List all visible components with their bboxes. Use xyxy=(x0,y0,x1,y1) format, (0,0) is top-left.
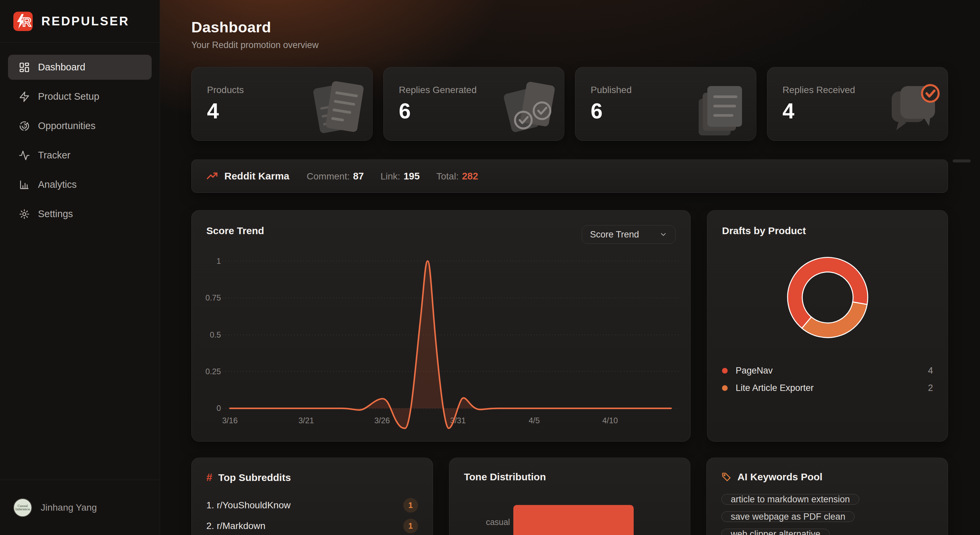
main-area: Dashboard Your Reddit promotion overview… xyxy=(160,0,980,535)
user-profile[interactable]: Causal Inference Jinhang Yang xyxy=(0,480,160,535)
legend-label: PageNav xyxy=(736,366,773,376)
subreddit-list: 1. r/YouShouldKnow 1 2. r/Markdown 1 xyxy=(206,495,418,535)
subreddit-name: 2. r/Markdown xyxy=(206,521,265,531)
layout-dashboard-icon xyxy=(19,62,30,73)
radar-icon xyxy=(19,120,30,132)
drafts-legend: PageNav 4 Lite Article Exporter 2 xyxy=(722,362,933,396)
legend-dot-orange xyxy=(722,385,728,391)
y-tick: 0.5 xyxy=(210,330,221,339)
karma-title: Reddit Karma xyxy=(224,171,290,182)
cards-check-icon xyxy=(492,77,558,140)
legend-dot-red xyxy=(722,368,728,374)
tone-bar xyxy=(513,505,634,535)
keyword-pill[interactable]: save webpage as PDF clean xyxy=(721,511,855,522)
count-badge: 1 xyxy=(403,519,418,533)
sidebar-item-label: Opportunities xyxy=(38,120,95,131)
stat-card-replies-received: Replies Received 4 xyxy=(767,67,948,141)
donut-slice-lite-article-exporter xyxy=(802,302,867,337)
page-subtitle: Your Reddit promotion overview xyxy=(191,40,948,50)
y-tick: 0.25 xyxy=(205,367,221,376)
sidebar-item-analytics[interactable]: Analytics xyxy=(8,172,152,197)
karma-comment-value: 87 xyxy=(353,171,364,182)
sidebar-item-label: Tracker xyxy=(38,150,70,161)
score-trend-select[interactable]: Score Trend xyxy=(582,225,676,244)
sidebar: R REDPULSER Dashboard Product Setup xyxy=(0,0,160,535)
zap-icon xyxy=(19,91,30,102)
stat-card-products: Products 4 xyxy=(191,67,373,141)
sidebar-nav: Dashboard Product Setup Opportunities xyxy=(0,43,160,227)
legend-row-pagenav: PageNav 4 xyxy=(722,362,933,379)
drafts-title: Drafts by Product xyxy=(722,225,933,236)
sidebar-item-label: Settings xyxy=(38,208,73,219)
x-tick: 3/21 xyxy=(298,416,314,425)
drafts-donut-chart xyxy=(785,255,870,340)
tone-x-label: casual xyxy=(486,517,510,527)
x-tick: 4/10 xyxy=(602,416,618,425)
sidebar-item-label: Analytics xyxy=(38,179,77,190)
brand-wordmark: REDPULSER xyxy=(41,14,129,28)
list-item: 1. r/YouShouldKnow 1 xyxy=(206,495,418,516)
pages-stack-icon xyxy=(683,77,750,140)
y-tick: 0 xyxy=(217,404,221,413)
legend-value: 4 xyxy=(928,366,933,376)
sidebar-item-tracker[interactable]: Tracker xyxy=(8,143,152,168)
y-tick: 1 xyxy=(217,257,221,265)
svg-text:R: R xyxy=(22,15,31,29)
sidebar-item-opportunities[interactable]: Opportunities xyxy=(8,113,152,139)
bar-chart-icon xyxy=(19,179,30,190)
trending-up-icon xyxy=(206,170,218,182)
top-subreddits-card: # Top Subreddits 1. r/YouShouldKnow 1 2.… xyxy=(191,458,433,535)
karma-link: Link:195 xyxy=(380,171,420,182)
karma-total-label: Total: xyxy=(436,171,459,182)
chat-check-icon xyxy=(875,77,942,140)
sidebar-item-product-setup[interactable]: Product Setup xyxy=(8,84,152,109)
karma-total-value: 282 xyxy=(462,171,478,182)
documents-icon xyxy=(300,77,366,140)
x-tick: 3/26 xyxy=(374,416,390,425)
subreddit-name: 1. r/YouShouldKnow xyxy=(206,500,291,511)
karma-comment: Comment:87 xyxy=(307,171,364,182)
keyword-pill[interactable]: web clipper alternative xyxy=(721,529,830,535)
karma-comment-label: Comment: xyxy=(307,171,350,182)
drafts-by-product-card: Drafts by Product PageNav 4 xyxy=(707,210,948,442)
sidebar-item-label: Product Setup xyxy=(38,91,99,102)
trend-line xyxy=(230,261,671,429)
brand-logo-icon: R xyxy=(13,12,33,31)
karma-total: Total:282 xyxy=(436,171,478,182)
keyword-pill[interactable]: article to markdown extension xyxy=(721,494,859,505)
sidebar-item-label: Dashboard xyxy=(38,62,85,73)
trend-area xyxy=(230,261,671,429)
score-trend-title: Score Trend xyxy=(206,225,264,236)
top-subreddits-title: Top Subreddits xyxy=(218,472,291,483)
charts-row: Score Trend Score Trend xyxy=(191,210,948,442)
tag-icon xyxy=(721,472,731,482)
select-value: Score Trend xyxy=(590,230,639,240)
chevron-down-icon xyxy=(659,230,667,238)
brand: R REDPULSER xyxy=(0,0,160,43)
page-title: Dashboard xyxy=(191,19,948,36)
activity-icon xyxy=(19,150,30,161)
keywords-title: AI Keywords Pool xyxy=(737,471,822,482)
sidebar-item-settings[interactable]: Settings xyxy=(8,201,152,227)
stat-card-replies-generated: Replies Generated 6 xyxy=(383,67,565,141)
y-tick: 0.75 xyxy=(205,293,221,302)
score-trend-chart: 1 0.75 0.5 0.25 0 3/16 3/21 3/26 3/31 4/… xyxy=(192,211,690,441)
scrollbar-thumb[interactable] xyxy=(953,160,970,163)
legend-label: Lite Article Exporter xyxy=(736,383,814,393)
stat-card-published: Published 6 xyxy=(575,67,756,141)
x-tick: 3/16 xyxy=(222,416,238,425)
avatar: Causal Inference xyxy=(13,498,32,517)
reddit-karma-bar: Reddit Karma Comment:87 Link:195 Total:2… xyxy=(191,160,948,193)
count-badge: 1 xyxy=(403,498,418,513)
user-name: Jinhang Yang xyxy=(41,502,97,513)
x-tick: 4/5 xyxy=(529,416,540,425)
tone-title: Tone Distribution xyxy=(464,471,676,482)
hash-icon: # xyxy=(206,471,212,484)
gear-icon xyxy=(19,208,30,220)
legend-value: 2 xyxy=(928,383,933,393)
legend-row-lite-article-exporter: Lite Article Exporter 2 xyxy=(722,379,933,396)
karma-link-value: 195 xyxy=(404,171,420,182)
score-trend-card: Score Trend Score Trend xyxy=(191,210,690,442)
app-root: R REDPULSER Dashboard Product Setup xyxy=(0,0,980,535)
sidebar-item-dashboard[interactable]: Dashboard xyxy=(8,55,152,80)
